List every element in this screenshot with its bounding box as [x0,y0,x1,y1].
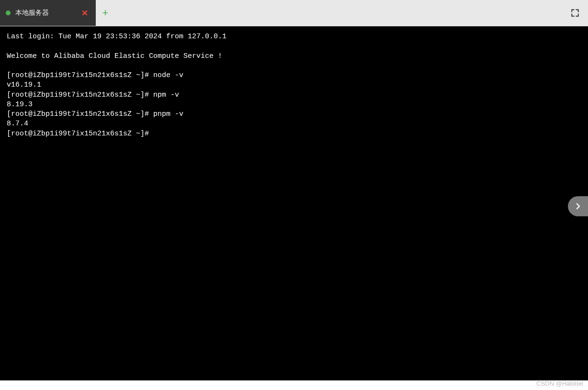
tab-label: 本地服务器 [15,9,75,17]
plus-icon: + [102,7,109,19]
close-icon[interactable]: ✕ [79,8,90,18]
new-tab-button[interactable]: + [96,0,115,26]
cmd-pnpm: pnpm -v [153,110,183,118]
fullscreen-icon [571,9,579,17]
prompt: [root@iZbp1i99t7ix15n21x6s1sZ ~]# [7,91,149,99]
cmd-npm: npm -v [153,91,179,99]
welcome-line: Welcome to Alibaba Cloud Elastic Compute… [7,52,222,60]
prompt: [root@iZbp1i99t7ix15n21x6s1sZ ~]# [7,71,149,79]
watermark: CSDN @Habibei [536,380,583,387]
side-expand-button[interactable] [568,196,588,216]
output-pnpm: 8.7.4 [7,120,28,128]
prompt: [root@iZbp1i99t7ix15n21x6s1sZ ~]# [7,110,149,118]
fullscreen-button[interactable] [570,8,580,18]
cmd-node: node -v [153,71,183,79]
tab-local-server[interactable]: 本地服务器 ✕ [0,0,96,26]
output-node: v16.19.1 [7,81,41,89]
status-indicator-icon [6,11,11,15]
output-npm: 8.19.3 [7,100,33,109]
tab-bar: 本地服务器 ✕ + [0,0,588,26]
chevron-right-icon [574,202,582,211]
terminal-output[interactable]: Last login: Tue Mar 19 23:53:36 2024 fro… [0,26,588,380]
prompt: [root@iZbp1i99t7ix15n21x6s1sZ ~]# [7,130,149,138]
last-login-line: Last login: Tue Mar 19 23:53:36 2024 fro… [7,33,226,41]
